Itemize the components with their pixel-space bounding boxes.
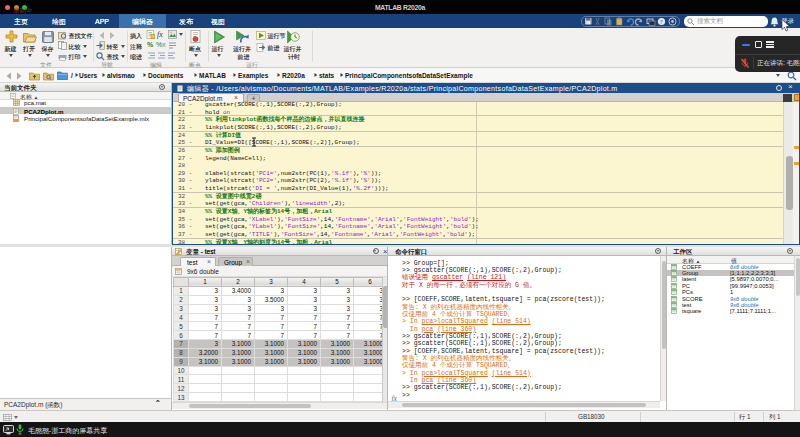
svg-text:?: ? [660, 18, 663, 25]
